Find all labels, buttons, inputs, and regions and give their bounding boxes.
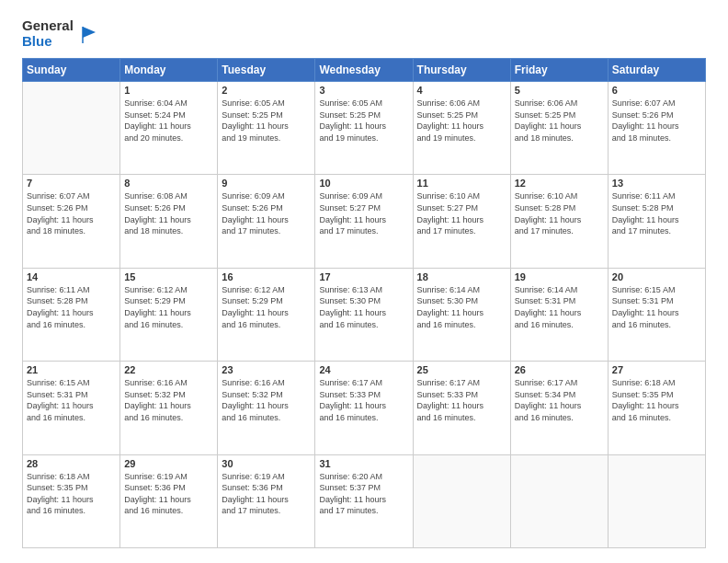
calendar-week-5: 28Sunrise: 6:18 AM Sunset: 5:35 PM Dayli…	[23, 454, 706, 547]
day-info: Sunrise: 6:10 AM Sunset: 5:28 PM Dayligh…	[515, 190, 604, 236]
day-number: 13	[612, 178, 701, 189]
header: General Blue	[22, 18, 706, 49]
day-number: 25	[417, 364, 506, 375]
day-info: Sunrise: 6:16 AM Sunset: 5:32 PM Dayligh…	[124, 377, 213, 423]
day-number: 23	[222, 364, 311, 375]
day-info: Sunrise: 6:17 AM Sunset: 5:34 PM Dayligh…	[515, 377, 604, 423]
col-header-tuesday: Tuesday	[218, 59, 315, 82]
day-number: 8	[124, 178, 213, 189]
calendar-cell: 18Sunrise: 6:14 AM Sunset: 5:30 PM Dayli…	[413, 268, 510, 361]
day-info: Sunrise: 6:19 AM Sunset: 5:36 PM Dayligh…	[124, 471, 213, 517]
day-number: 29	[124, 458, 213, 469]
day-info: Sunrise: 6:07 AM Sunset: 5:26 PM Dayligh…	[612, 98, 701, 144]
calendar-cell: 3Sunrise: 6:05 AM Sunset: 5:25 PM Daylig…	[315, 82, 413, 175]
page: General Blue SundayMondayTuesdayWednesda…	[0, 0, 728, 563]
calendar-cell: 1Sunrise: 6:04 AM Sunset: 5:24 PM Daylig…	[120, 82, 218, 175]
day-info: Sunrise: 6:16 AM Sunset: 5:32 PM Dayligh…	[222, 377, 311, 423]
day-info: Sunrise: 6:11 AM Sunset: 5:28 PM Dayligh…	[27, 284, 116, 330]
svg-marker-0	[83, 27, 96, 38]
day-number: 4	[417, 85, 506, 96]
day-info: Sunrise: 6:05 AM Sunset: 5:25 PM Dayligh…	[222, 98, 311, 144]
day-info: Sunrise: 6:09 AM Sunset: 5:27 PM Dayligh…	[319, 190, 408, 236]
calendar-cell: 24Sunrise: 6:17 AM Sunset: 5:33 PM Dayli…	[315, 362, 413, 454]
logo: General Blue	[22, 18, 99, 49]
day-number: 3	[319, 85, 408, 96]
day-info: Sunrise: 6:11 AM Sunset: 5:28 PM Dayligh…	[612, 190, 701, 236]
calendar-cell: 31Sunrise: 6:20 AM Sunset: 5:37 PM Dayli…	[315, 454, 413, 547]
day-number: 5	[515, 85, 604, 96]
day-info: Sunrise: 6:12 AM Sunset: 5:29 PM Dayligh…	[222, 284, 311, 330]
day-number: 19	[515, 271, 604, 282]
col-header-monday: Monday	[120, 59, 218, 82]
day-info: Sunrise: 6:07 AM Sunset: 5:26 PM Dayligh…	[27, 190, 116, 236]
calendar-cell: 22Sunrise: 6:16 AM Sunset: 5:32 PM Dayli…	[120, 362, 218, 454]
day-info: Sunrise: 6:05 AM Sunset: 5:25 PM Dayligh…	[319, 98, 408, 144]
calendar-week-2: 7Sunrise: 6:07 AM Sunset: 5:26 PM Daylig…	[23, 175, 706, 268]
col-header-sunday: Sunday	[23, 59, 120, 82]
day-info: Sunrise: 6:10 AM Sunset: 5:27 PM Dayligh…	[417, 190, 506, 236]
calendar-cell: 21Sunrise: 6:15 AM Sunset: 5:31 PM Dayli…	[23, 362, 120, 454]
day-info: Sunrise: 6:18 AM Sunset: 5:35 PM Dayligh…	[27, 471, 116, 517]
calendar-cell: 16Sunrise: 6:12 AM Sunset: 5:29 PM Dayli…	[218, 268, 315, 361]
calendar-cell: 27Sunrise: 6:18 AM Sunset: 5:35 PM Dayli…	[608, 362, 705, 454]
calendar-cell	[413, 454, 510, 547]
calendar-cell: 10Sunrise: 6:09 AM Sunset: 5:27 PM Dayli…	[315, 175, 413, 268]
day-number: 6	[612, 85, 701, 96]
day-number: 28	[27, 458, 116, 469]
logo-blue: Blue	[22, 34, 74, 50]
calendar-cell: 29Sunrise: 6:19 AM Sunset: 5:36 PM Dayli…	[120, 454, 218, 547]
calendar-cell: 9Sunrise: 6:09 AM Sunset: 5:26 PM Daylig…	[218, 175, 315, 268]
day-info: Sunrise: 6:09 AM Sunset: 5:26 PM Dayligh…	[222, 190, 311, 236]
calendar-week-3: 14Sunrise: 6:11 AM Sunset: 5:28 PM Dayli…	[23, 268, 706, 361]
calendar-cell: 7Sunrise: 6:07 AM Sunset: 5:26 PM Daylig…	[23, 175, 120, 268]
day-number: 30	[222, 458, 311, 469]
day-info: Sunrise: 6:15 AM Sunset: 5:31 PM Dayligh…	[612, 284, 701, 330]
day-number: 9	[222, 178, 311, 189]
calendar-cell: 11Sunrise: 6:10 AM Sunset: 5:27 PM Dayli…	[413, 175, 510, 268]
day-info: Sunrise: 6:17 AM Sunset: 5:33 PM Dayligh…	[417, 377, 506, 423]
calendar-cell: 6Sunrise: 6:07 AM Sunset: 5:26 PM Daylig…	[608, 82, 705, 175]
day-number: 11	[417, 178, 506, 189]
calendar-cell: 30Sunrise: 6:19 AM Sunset: 5:36 PM Dayli…	[218, 454, 315, 547]
calendar-cell: 25Sunrise: 6:17 AM Sunset: 5:33 PM Dayli…	[413, 362, 510, 454]
calendar-cell: 20Sunrise: 6:15 AM Sunset: 5:31 PM Dayli…	[608, 268, 705, 361]
calendar-cell: 13Sunrise: 6:11 AM Sunset: 5:28 PM Dayli…	[608, 175, 705, 268]
col-header-friday: Friday	[510, 59, 608, 82]
calendar-cell	[510, 454, 608, 547]
calendar-week-4: 21Sunrise: 6:15 AM Sunset: 5:31 PM Dayli…	[23, 362, 706, 454]
day-info: Sunrise: 6:14 AM Sunset: 5:30 PM Dayligh…	[417, 284, 506, 330]
day-number: 12	[515, 178, 604, 189]
day-number: 7	[27, 178, 116, 189]
day-info: Sunrise: 6:15 AM Sunset: 5:31 PM Dayligh…	[27, 377, 116, 423]
day-number: 27	[612, 364, 701, 375]
col-header-thursday: Thursday	[413, 59, 510, 82]
calendar-cell: 8Sunrise: 6:08 AM Sunset: 5:26 PM Daylig…	[120, 175, 218, 268]
day-number: 1	[124, 85, 213, 96]
calendar-cell: 28Sunrise: 6:18 AM Sunset: 5:35 PM Dayli…	[23, 454, 120, 547]
day-number: 10	[319, 178, 408, 189]
day-info: Sunrise: 6:14 AM Sunset: 5:31 PM Dayligh…	[515, 284, 604, 330]
day-number: 2	[222, 85, 311, 96]
day-number: 20	[612, 271, 701, 282]
col-header-wednesday: Wednesday	[315, 59, 413, 82]
logo-flag-icon	[79, 25, 99, 45]
calendar-cell: 26Sunrise: 6:17 AM Sunset: 5:34 PM Dayli…	[510, 362, 608, 454]
day-info: Sunrise: 6:20 AM Sunset: 5:37 PM Dayligh…	[319, 471, 408, 517]
calendar-cell: 19Sunrise: 6:14 AM Sunset: 5:31 PM Dayli…	[510, 268, 608, 361]
day-info: Sunrise: 6:19 AM Sunset: 5:36 PM Dayligh…	[222, 471, 311, 517]
day-number: 15	[124, 271, 213, 282]
day-number: 21	[27, 364, 116, 375]
calendar-cell: 2Sunrise: 6:05 AM Sunset: 5:25 PM Daylig…	[218, 82, 315, 175]
day-number: 24	[319, 364, 408, 375]
day-info: Sunrise: 6:12 AM Sunset: 5:29 PM Dayligh…	[124, 284, 213, 330]
logo-general: General	[22, 18, 74, 34]
day-info: Sunrise: 6:08 AM Sunset: 5:26 PM Dayligh…	[124, 190, 213, 236]
calendar-cell: 15Sunrise: 6:12 AM Sunset: 5:29 PM Dayli…	[120, 268, 218, 361]
calendar-table: SundayMondayTuesdayWednesdayThursdayFrid…	[22, 58, 706, 548]
day-number: 17	[319, 271, 408, 282]
day-info: Sunrise: 6:06 AM Sunset: 5:25 PM Dayligh…	[515, 98, 604, 144]
day-info: Sunrise: 6:17 AM Sunset: 5:33 PM Dayligh…	[319, 377, 408, 423]
logo-wordmark: General Blue	[22, 18, 74, 49]
calendar-cell: 23Sunrise: 6:16 AM Sunset: 5:32 PM Dayli…	[218, 362, 315, 454]
calendar-cell: 12Sunrise: 6:10 AM Sunset: 5:28 PM Dayli…	[510, 175, 608, 268]
